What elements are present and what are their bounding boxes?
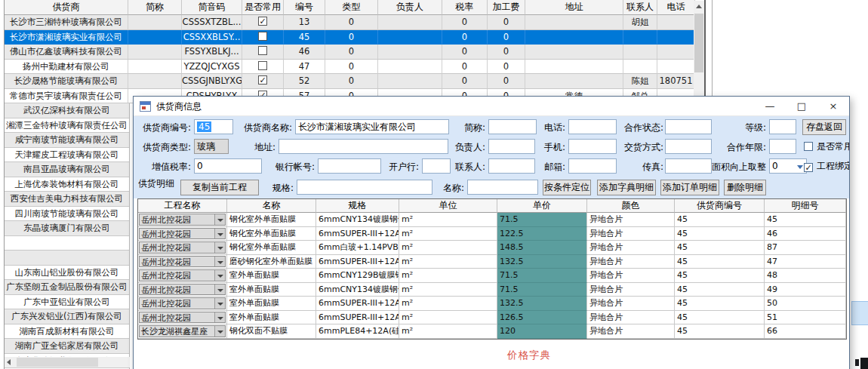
manager-input[interactable] (488, 139, 535, 154)
coop-status-input[interactable] (665, 119, 712, 134)
cell[interactable]: 室外单面贴膜 (227, 311, 316, 325)
supplier-type-input[interactable]: 玻璃 (194, 139, 229, 154)
cell[interactable]: CSSXXBLSY... (182, 30, 242, 45)
column-header[interactable]: 简音码 (182, 0, 242, 15)
chevron-down-icon[interactable] (214, 229, 225, 239)
cell[interactable]: 佛山市亿鑫玻璃科技有限公司 (5, 45, 128, 60)
supplier-list-item[interactable]: 西安佳吉美电力科技有限公司 (5, 192, 129, 207)
cell[interactable]: m² (399, 283, 497, 297)
detail-column-header[interactable]: 工程名称 (138, 199, 227, 213)
cell[interactable]: 0 (488, 74, 525, 89)
scroll-left-button[interactable] (5, 357, 15, 367)
supplier-list-item[interactable]: 上海优泰装饰材料有限公司 (5, 177, 129, 192)
project-name-combo[interactable]: 长沙龙湖祺鑫星座 (138, 324, 227, 339)
detail-row[interactable]: 岳州北控花园钢化室外单面贴膜6mmCNY134镀膜钢化m²71.5异地合片454… (138, 213, 846, 227)
cell[interactable]: m² (399, 227, 497, 241)
area-round-up-combo[interactable]: 0 (769, 158, 807, 174)
add-order-detail-button[interactable]: 添加订单明细 (660, 180, 719, 195)
supplier-list[interactable]: 武汉亿深科技有限公司湘潭三金特种玻璃有限责任公司咸宁南玻节能玻璃有限公司天津耀皮… (4, 103, 130, 369)
detail-column-header[interactable]: 单价 (497, 199, 587, 213)
cell[interactable]: 45 (675, 255, 765, 269)
column-header[interactable]: 税率 (442, 0, 488, 15)
column-header[interactable]: 是否常用 (242, 0, 284, 15)
cell[interactable] (623, 60, 657, 75)
supplier-list-item[interactable]: 湖南广亚全铝家居有限公司 (5, 339, 129, 354)
copy-current-project-button[interactable]: 复制当前工程 (180, 180, 259, 195)
vat-rate-input[interactable]: 0 (194, 158, 262, 174)
scrollbar-thumb[interactable] (694, 14, 703, 72)
cell[interactable] (128, 74, 182, 89)
cell[interactable]: 132.5 (497, 255, 587, 269)
checked-checkbox-icon[interactable] (258, 75, 267, 85)
cell[interactable]: 46 (765, 227, 846, 241)
coop-years-input[interactable] (769, 139, 796, 154)
cell[interactable]: 6mmPLE84+12A(硅酮胶... (316, 324, 399, 339)
grid-vertical-scrollbar[interactable] (694, 1, 704, 103)
spec-filter-input[interactable] (297, 180, 432, 195)
cell[interactable]: m² (399, 269, 497, 283)
checked-checkbox-icon[interactable] (258, 17, 267, 26)
cell[interactable]: 异地合片 (587, 227, 675, 241)
detail-row[interactable]: 岳州北控花园室外单面贴膜6mmSUPER-III+12A(硅...m²132.5… (138, 297, 846, 311)
chevron-down-icon[interactable] (214, 312, 225, 323)
cell[interactable]: 45 (675, 269, 765, 283)
cell[interactable]: CSSGJNBLYXGS (182, 74, 242, 89)
chevron-down-icon[interactable] (214, 284, 225, 295)
cell[interactable]: 0 (442, 45, 488, 60)
cell[interactable]: m² (399, 324, 497, 339)
chevron-down-icon[interactable] (214, 214, 225, 225)
cell[interactable]: 45 (675, 227, 765, 241)
cell[interactable]: m² (399, 213, 497, 227)
cell[interactable]: 71.5 (497, 269, 587, 283)
cell[interactable]: 胡姐 (623, 15, 657, 30)
cell[interactable]: 钢化双面不贴膜 (227, 324, 316, 339)
project-name-combo[interactable]: 岳州北控花园 (138, 311, 227, 325)
cell[interactable] (378, 60, 442, 75)
cell[interactable] (242, 45, 284, 60)
cell[interactable] (378, 15, 442, 30)
supplier-no-input[interactable]: 45 (194, 119, 233, 134)
cell[interactable] (657, 45, 695, 60)
cell[interactable]: 120 (497, 324, 587, 339)
is-common-checkbox[interactable]: 是否常用 (804, 140, 849, 152)
name-filter-input[interactable] (467, 180, 538, 195)
cell[interactable] (128, 15, 182, 30)
cell[interactable]: 87 (765, 241, 846, 255)
cell[interactable]: 6mmSUPER-III+12A(硅... (316, 255, 399, 269)
cell[interactable]: 异地合片 (587, 255, 675, 269)
scroll-up-button[interactable] (694, 1, 704, 12)
scrollbar-thumb[interactable] (17, 358, 98, 367)
cell[interactable]: 常德市昊宇玻璃有限责任公司 (5, 89, 128, 104)
cell[interactable] (623, 30, 657, 45)
cell[interactable] (242, 15, 284, 30)
detail-column-header[interactable]: 供货商编号 (675, 199, 765, 213)
cell[interactable] (525, 30, 623, 45)
cell[interactable] (657, 30, 695, 45)
close-button[interactable]: × (817, 97, 849, 116)
cell[interactable]: 71.5 (497, 283, 587, 297)
cell[interactable]: 室外单面贴膜 (227, 297, 316, 311)
cell[interactable]: 0 (488, 60, 525, 75)
cell[interactable]: 0 (442, 60, 488, 75)
list-horizontal-scrollbar[interactable] (5, 357, 130, 367)
project-name-combo[interactable]: 岳州北控花园 (138, 213, 227, 227)
column-header[interactable]: 简称 (128, 0, 182, 15)
contact-input[interactable] (488, 158, 535, 174)
cell[interactable]: 48 (765, 269, 846, 283)
cell[interactable] (378, 74, 442, 89)
cell[interactable]: 6mmCNY134镀膜钢化 (316, 213, 399, 227)
supplier-list-item[interactable]: 四川南玻节能玻璃有限公司 (5, 207, 129, 222)
project-name-combo[interactable]: 岳州北控花园 (138, 255, 227, 269)
cell[interactable]: 磨砂钢化室外单面贴膜 (227, 255, 316, 269)
address-input[interactable] (279, 139, 448, 154)
supplier-name-input[interactable]: 长沙市潇湘玻璃实业有限公司 (295, 119, 449, 134)
cell[interactable] (128, 60, 182, 75)
cell[interactable]: 异地合片 (587, 283, 675, 297)
save-return-button[interactable]: 存盘返回 (802, 119, 846, 135)
add-dict-detail-button[interactable]: 添加字典明细 (597, 180, 656, 195)
cell[interactable]: 122.5 (497, 227, 587, 241)
cell[interactable]: 45 (675, 324, 765, 339)
column-header[interactable]: 地址 (525, 0, 623, 15)
cell[interactable]: 长沙晟格节能玻璃有限公司 (5, 74, 128, 89)
cell[interactable] (657, 60, 695, 75)
